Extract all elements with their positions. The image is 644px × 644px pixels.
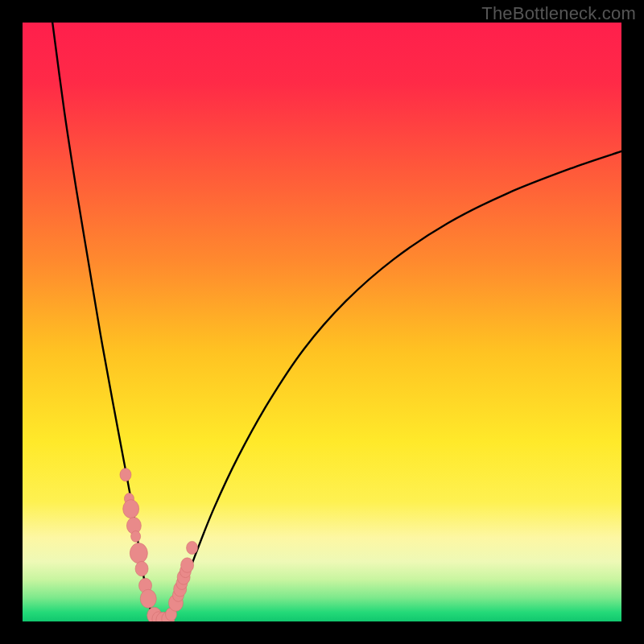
marker-point bbox=[131, 530, 141, 542]
marker-point bbox=[187, 541, 198, 554]
plot-area bbox=[23, 23, 621, 621]
chart-svg bbox=[23, 23, 621, 621]
marker-point bbox=[135, 561, 148, 576]
marker-point bbox=[181, 558, 194, 572]
marker-point bbox=[123, 500, 139, 518]
marker-point bbox=[140, 589, 156, 608]
marker-point bbox=[130, 543, 147, 564]
watermark-text: TheBottleneck.com bbox=[481, 3, 636, 24]
marker-point bbox=[120, 469, 131, 481]
outer-frame: TheBottleneck.com bbox=[0, 0, 644, 644]
sample-markers bbox=[120, 469, 198, 621]
